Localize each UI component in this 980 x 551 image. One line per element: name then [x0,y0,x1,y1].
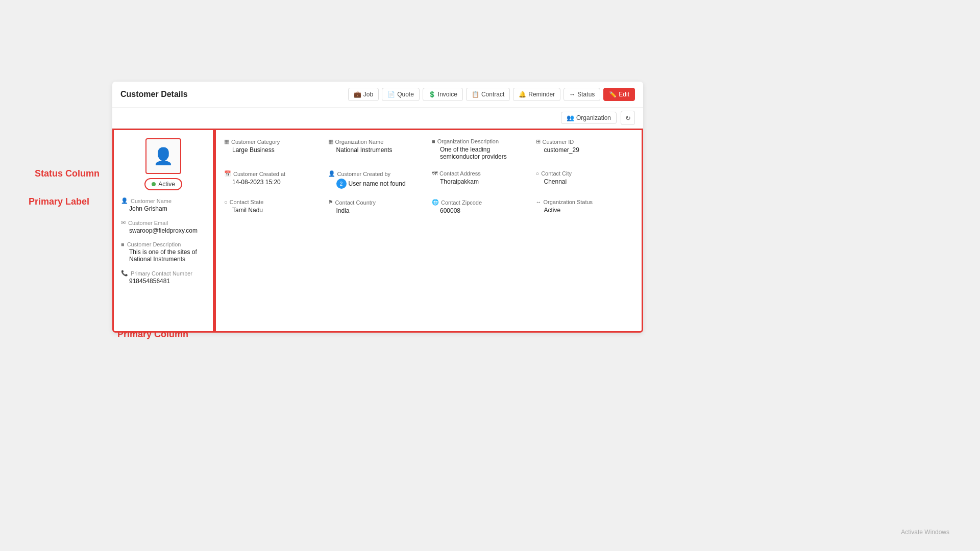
primary-fields: 👤 Customer Name John Grisham ✉ Customer … [114,197,213,292]
primary-label-label: Primary Label [29,196,89,207]
org-icon: 👥 [567,114,574,121]
customer-description-field: ■ Customer Description This is one of th… [121,241,206,263]
header-actions: 💼 Job 📄 Quote 💲 Invoice 📋 Contract 🔔 Rem… [348,88,635,101]
customer-name-field: 👤 Customer Name John Grisham [121,197,206,212]
org-description-field: ■ Organization Description One of the le… [432,138,530,160]
created-by-avatar: 2 [336,179,347,189]
created-at-value: 14-08-2023 15:20 [224,179,322,186]
created-by-value: 2User name not found [328,179,426,189]
contact-country-value: India [328,207,426,214]
status-icon: ↔ [569,91,575,98]
contract-button[interactable]: 📋 Contract [466,88,510,101]
description-icon: ■ [121,241,125,247]
invoice-icon: 💲 [428,91,436,98]
customer-name-icon: 👤 [121,197,128,204]
edit-button[interactable]: ✏️ Edit [603,88,635,101]
contact-city-value: Chennai [536,178,634,185]
invoice-button[interactable]: 💲 Invoice [423,88,463,101]
country-icon: ⚑ [328,199,333,206]
customer-details-panel: Customer Details 💼 Job 📄 Quote 💲 Invoice… [112,82,643,333]
quote-button[interactable]: 📄 Quote [382,88,420,101]
org-name-field: ▦ Organization Name National Instruments [328,138,426,160]
customer-category-field: ▦ Customer Category Large Business [224,138,322,160]
body-layout: 👤 Active 👤 Customer Name John Grisham [112,129,643,333]
customer-description-value: This is one of the sites of National Ins… [121,248,206,263]
reminder-icon: 🔔 [519,91,526,98]
city-icon: ○ [536,170,540,177]
status-dot [152,182,156,186]
customer-id-value: customer_29 [536,146,634,154]
contact-zipcode-field: 🌐 Contact Zipcode 600008 [432,199,530,214]
watermark: Activate Windows [901,529,949,536]
org-name-value: National Instruments [328,146,426,154]
contact-zipcode-value: 600008 [432,207,530,214]
org-desc-icon: ■ [432,138,435,144]
contact-number-field: 📞 Primary Contact Number 918454856481 [121,270,206,285]
contact-number-value: 918454856481 [121,278,206,285]
reminder-button[interactable]: 🔔 Reminder [513,88,560,101]
customer-category-value: Large Business [224,146,322,154]
refresh-icon: ↻ [625,114,631,122]
org-status-icon: ↔ [536,199,542,205]
status-badge: Active [144,178,182,190]
address-icon: 🗺 [432,170,437,177]
zipcode-icon: 🌐 [432,199,439,206]
customer-id-field: ⊞ Customer ID customer_29 [536,138,634,160]
job-button[interactable]: 💼 Job [348,88,379,101]
customer-name-value: John Grisham [121,205,206,212]
status-column-label: Status Column [35,168,100,179]
org-status-field: ↔ Organization Status Active [536,199,634,214]
sub-header: 👥 Organization ↻ [112,108,643,129]
contact-state-value: Tamil Nadu [224,207,322,214]
state-icon: ○ [224,199,228,205]
contact-city-field: ○ Contact City Chennai [536,170,634,189]
created-at-icon: 📅 [224,170,231,177]
customer-email-field: ✉ Customer Email swaroop@fieldproxy.com [121,219,206,234]
avatar: 👤 [145,138,181,174]
panel-header: Customer Details 💼 Job 📄 Quote 💲 Invoice… [112,82,643,108]
edit-icon: ✏️ [609,91,617,98]
secondary-column: ▦ Customer Category Large Business ▦ Org… [214,129,643,333]
org-description-value: One of the leading semiconductor provide… [432,146,530,160]
contact-address-field: 🗺 Contact Address Thoraipakkam [432,170,530,189]
organization-button[interactable]: 👥 Organization [561,112,617,124]
status-text: Active [158,181,175,188]
contact-address-value: Thoraipakkam [432,178,530,185]
contact-state-field: ○ Contact State Tamil Nadu [224,199,322,214]
contract-icon: 📋 [472,91,479,98]
status-button[interactable]: ↔ Status [564,88,600,101]
category-icon: ▦ [224,138,229,145]
customer-email-value: swaroop@fieldproxy.com [121,227,206,234]
job-icon: 💼 [354,91,361,98]
refresh-button[interactable]: ↻ [621,111,635,125]
primary-column: 👤 Active 👤 Customer Name John Grisham [112,129,214,333]
contact-country-field: ⚑ Contact Country India [328,199,426,214]
page-title: Customer Details [120,90,188,99]
org-name-icon: ▦ [328,138,333,145]
created-by-field: 👤 Customer Created by 2User name not fou… [328,170,426,189]
customer-id-icon: ⊞ [536,138,541,145]
phone-icon: 📞 [121,270,128,277]
org-status-value: Active [536,207,634,214]
created-by-icon: 👤 [328,170,335,177]
email-icon: ✉ [121,219,126,226]
user-avatar-icon: 👤 [153,146,174,166]
created-at-field: 📅 Customer Created at 14-08-2023 15:20 [224,170,322,189]
secondary-fields-grid: ▦ Customer Category Large Business ▦ Org… [224,138,633,214]
quote-icon: 📄 [387,91,395,98]
